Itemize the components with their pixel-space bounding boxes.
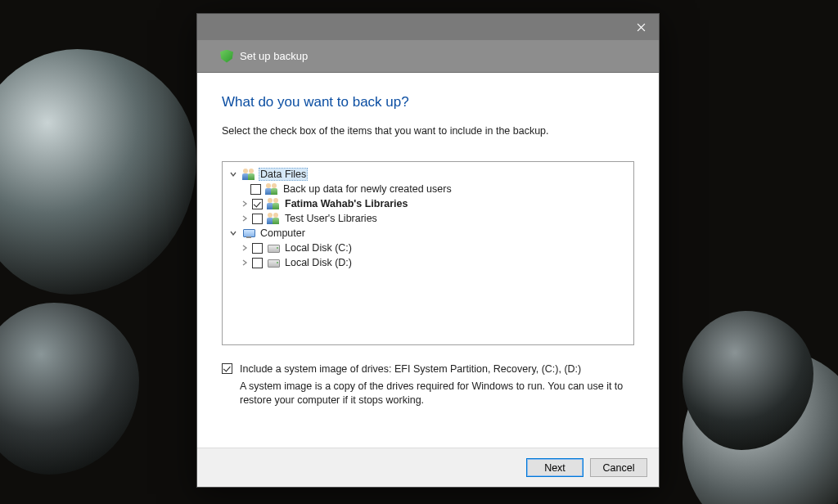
users-group-icon — [267, 213, 280, 224]
backup-selection-tree[interactable]: Data Files Back up data for newly create… — [222, 161, 634, 345]
close-button[interactable] — [623, 14, 659, 40]
users-group-icon — [242, 169, 255, 180]
tree-label: Back up data for newly created users — [282, 183, 453, 195]
tree-node-disk-c[interactable]: Local Disk (C:) — [226, 241, 630, 255]
chevron-right-icon[interactable] — [239, 242, 250, 254]
system-image-description: A system image is a copy of the drives r… — [240, 380, 634, 407]
page-heading: What do you want to back up? — [222, 94, 634, 110]
system-image-label[interactable]: Include a system image of drives: EFI Sy… — [240, 363, 581, 375]
cancel-button[interactable]: Cancel — [590, 458, 647, 477]
bg-blob — [0, 303, 139, 475]
titlebar — [197, 14, 659, 40]
tree-label: Local Disk (D:) — [283, 257, 354, 268]
tree-node-new-users[interactable]: Back up data for newly created users — [226, 182, 630, 196]
users-group-icon — [265, 183, 278, 195]
wizard-title: Set up backup — [240, 50, 308, 62]
page-instruction: Select the check box of the items that y… — [222, 125, 634, 137]
checkbox[interactable] — [250, 184, 261, 195]
tree-node-computer[interactable]: Computer — [226, 226, 630, 241]
chevron-right-icon[interactable] — [239, 198, 250, 209]
tree-label: Data Files — [259, 168, 308, 181]
tree-node-data-files[interactable]: Data Files — [226, 167, 630, 182]
drive-icon — [267, 257, 280, 268]
wizard-subheader: Set up backup — [197, 40, 659, 73]
tree-label: Fatima Wahab's Libraries — [283, 198, 409, 209]
next-button[interactable]: Next — [526, 458, 583, 477]
system-image-row: Include a system image of drives: EFI Sy… — [222, 363, 634, 375]
checkbox[interactable] — [252, 199, 263, 209]
tree-label: Local Disk (C:) — [283, 242, 354, 254]
tree-node-testuser-libraries[interactable]: Test User's Libraries — [226, 211, 630, 226]
chevron-right-icon[interactable] — [239, 257, 250, 268]
tree-node-fatima-libraries[interactable]: Fatima Wahab's Libraries — [226, 196, 630, 211]
backup-wizard-dialog: Set up backup What do you want to back u… — [196, 13, 660, 488]
checkbox[interactable] — [252, 243, 263, 254]
system-image-checkbox[interactable] — [222, 363, 232, 374]
checkbox[interactable] — [252, 214, 263, 224]
drive-icon — [267, 242, 280, 254]
bg-blob — [0, 49, 196, 295]
computer-icon — [242, 227, 255, 239]
tree-node-disk-d[interactable]: Local Disk (D:) — [226, 255, 630, 270]
wizard-footer: Next Cancel — [197, 448, 659, 487]
checkbox[interactable] — [252, 258, 263, 268]
chevron-right-icon[interactable] — [239, 213, 250, 224]
wizard-body: What do you want to back up? Select the … — [197, 73, 659, 448]
users-group-icon — [267, 198, 280, 209]
chevron-down-icon[interactable] — [228, 227, 239, 239]
backup-shield-icon — [220, 50, 233, 63]
tree-label: Computer — [259, 227, 307, 239]
close-icon — [637, 23, 646, 32]
chevron-down-icon[interactable] — [228, 169, 239, 180]
tree-label: Test User's Libraries — [283, 213, 379, 224]
